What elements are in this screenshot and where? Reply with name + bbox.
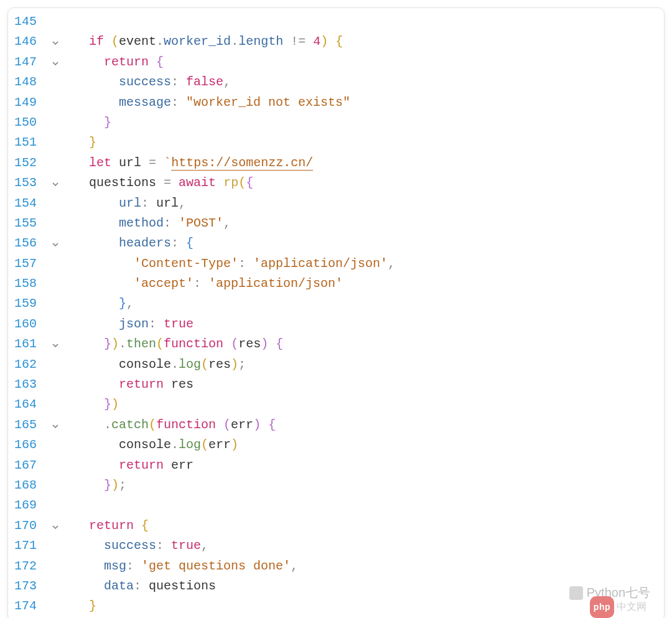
fold-toggle-icon[interactable] <box>52 516 68 538</box>
code-text[interactable]: questions = await rp({ <box>68 173 664 193</box>
code-line[interactable]: 155 method: 'POST', <box>8 213 664 233</box>
fold-toggle-icon[interactable] <box>52 173 68 195</box>
line-number[interactable]: 155 <box>8 213 52 233</box>
line-number[interactable]: 148 <box>8 72 52 92</box>
code-text[interactable]: console.log(err) <box>68 435 664 455</box>
line-number[interactable]: 160 <box>8 314 52 334</box>
line-number[interactable]: 151 <box>8 133 52 152</box>
line-number[interactable]: 168 <box>8 475 52 495</box>
code-text[interactable]: return res <box>68 375 664 395</box>
code-line[interactable]: 146 if (event.worker_id.length != 4) { <box>8 32 664 52</box>
code-text[interactable]: }); <box>68 475 664 495</box>
line-number[interactable]: 147 <box>8 52 52 72</box>
code-text[interactable]: return err <box>68 456 664 475</box>
code-line[interactable]: 145 <box>8 12 664 32</box>
code-line[interactable]: 159 }, <box>8 294 664 314</box>
line-number[interactable]: 166 <box>8 435 52 455</box>
fold-toggle-icon[interactable] <box>52 415 68 438</box>
line-number[interactable]: 154 <box>8 194 52 213</box>
line-number[interactable]: 163 <box>8 375 52 395</box>
code-text[interactable]: msg: 'get questions done', <box>68 556 664 576</box>
code-line[interactable]: 173 data: questions <box>8 576 664 596</box>
line-number[interactable]: 172 <box>8 556 52 576</box>
line-number[interactable]: 156 <box>8 233 52 253</box>
code-line[interactable]: 157 'Content-Type': 'application/json', <box>8 254 664 274</box>
line-number[interactable]: 161 <box>8 334 52 354</box>
code-line[interactable]: 161 }).then(function (res) { <box>8 334 664 354</box>
code-text[interactable]: 'accept': 'application/json' <box>68 274 664 294</box>
line-number[interactable]: 157 <box>8 254 52 274</box>
code-line[interactable]: 154 url: url, <box>8 194 664 213</box>
code-line[interactable]: 174 } <box>8 596 664 616</box>
code-line[interactable]: 149 message: "worker_id not exists" <box>8 93 664 113</box>
code-text[interactable]: }, <box>68 294 664 314</box>
line-number[interactable]: 173 <box>8 576 52 596</box>
code-line[interactable]: 169 <box>8 495 664 515</box>
code-text[interactable]: } <box>68 596 664 616</box>
code-line[interactable]: 152 let url = `https://somenzz.cn/ <box>8 153 664 173</box>
line-number[interactable]: 159 <box>8 294 52 314</box>
code-line[interactable]: 170 return { <box>8 516 664 536</box>
code-text[interactable]: return { <box>68 516 664 536</box>
code-text[interactable]: success: false, <box>68 72 664 92</box>
line-number[interactable]: 146 <box>8 32 52 52</box>
code-line[interactable]: 147 return { <box>8 52 664 72</box>
line-number[interactable]: 169 <box>8 495 52 515</box>
code-text[interactable]: if (event.worker_id.length != 4) { <box>68 32 664 52</box>
code-text[interactable]: method: 'POST', <box>68 213 664 233</box>
line-number[interactable]: 162 <box>8 355 52 375</box>
line-number[interactable]: 149 <box>8 93 52 113</box>
code-line[interactable]: 166 console.log(err) <box>8 435 664 455</box>
code-text[interactable]: }).then(function (res) { <box>68 334 664 354</box>
line-number[interactable]: 170 <box>8 516 52 536</box>
code-text[interactable]: console.log(res); <box>68 355 664 375</box>
code-text[interactable]: }) <box>68 395 664 414</box>
code-line[interactable]: 156 headers: { <box>8 233 664 253</box>
fold-toggle-icon[interactable] <box>52 233 68 256</box>
fold-gutter <box>52 274 68 276</box>
fold-gutter <box>52 153 68 156</box>
code-line[interactable]: 164 }) <box>8 395 664 414</box>
code-text[interactable]: headers: { <box>68 233 664 253</box>
code-line[interactable]: 165 .catch(function (err) { <box>8 415 664 435</box>
code-editor[interactable]: 145146 if (event.worker_id.length != 4) … <box>7 7 665 618</box>
code-line[interactable]: 151 } <box>8 133 664 152</box>
code-line[interactable]: 167 return err <box>8 456 664 475</box>
code-text[interactable]: success: true, <box>68 536 664 556</box>
line-number[interactable]: 158 <box>8 274 52 294</box>
line-number[interactable]: 174 <box>8 596 52 616</box>
code-text[interactable]: message: "worker_id not exists" <box>68 93 664 113</box>
line-number[interactable]: 171 <box>8 536 52 556</box>
line-number[interactable]: 150 <box>8 113 52 133</box>
code-text[interactable]: } <box>68 133 664 152</box>
code-line[interactable]: 171 success: true, <box>8 536 664 556</box>
fold-gutter <box>52 294 68 296</box>
code-text[interactable]: .catch(function (err) { <box>68 415 664 435</box>
code-text[interactable]: } <box>68 113 664 133</box>
code-line[interactable]: 148 success: false, <box>8 72 664 92</box>
line-number[interactable]: 164 <box>8 395 52 414</box>
line-number[interactable]: 167 <box>8 456 52 475</box>
code-line[interactable]: 158 'accept': 'application/json' <box>8 274 664 294</box>
code-line[interactable]: 162 console.log(res); <box>8 355 664 375</box>
fold-toggle-icon[interactable] <box>52 52 68 75</box>
fold-toggle-icon[interactable] <box>52 32 68 54</box>
code-text[interactable]: url: url, <box>68 194 664 213</box>
fold-gutter <box>52 495 68 498</box>
code-text[interactable]: return { <box>68 52 664 72</box>
code-line[interactable]: 172 msg: 'get questions done', <box>8 556 664 576</box>
line-number[interactable]: 152 <box>8 153 52 173</box>
code-line[interactable]: 168 }); <box>8 475 664 495</box>
code-line[interactable]: 150 } <box>8 113 664 133</box>
code-text[interactable]: let url = `https://somenzz.cn/ <box>68 153 664 173</box>
line-number[interactable]: 153 <box>8 173 52 193</box>
fold-toggle-icon[interactable] <box>52 334 68 357</box>
code-line[interactable]: 153 questions = await rp({ <box>8 173 664 193</box>
code-line[interactable]: 163 return res <box>8 375 664 395</box>
code-text[interactable]: data: questions <box>68 576 664 596</box>
line-number[interactable]: 145 <box>8 12 52 32</box>
code-text[interactable]: 'Content-Type': 'application/json', <box>68 254 664 274</box>
code-text[interactable]: json: true <box>68 314 664 334</box>
line-number[interactable]: 165 <box>8 415 52 435</box>
code-line[interactable]: 160 json: true <box>8 314 664 334</box>
